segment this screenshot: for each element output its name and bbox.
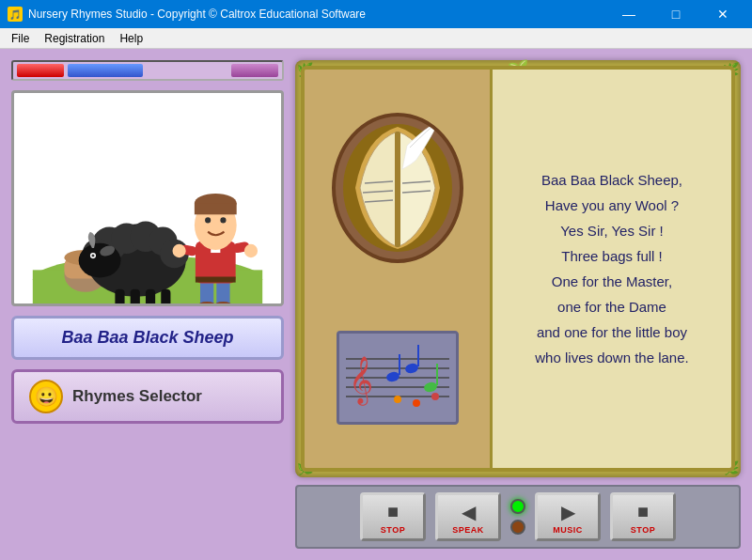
ornate-frame: 🌿 🌿 🌿 🌿 🌱 [295,60,741,477]
oval-book [332,113,463,263]
illustration-svg [14,93,281,303]
svg-rect-25 [196,276,236,282]
svg-rect-12 [115,289,124,303]
right-panel: 🌿 🌿 🌿 🌿 🌱 [295,60,741,549]
status-lights [510,499,525,535]
face-icon: 😀 [29,380,63,413]
svg-rect-14 [146,289,155,303]
rhyme-line-1: Baa Baa Black Sheep, [535,167,688,193]
title-bar: 🎵 Nursery Rhymes Studio - Copyright © Ca… [0,0,752,28]
rhyme-line-7: and one for the little boy [535,319,688,345]
controls-bar: ■ STOP ◀ SPEAK ▶ MUSIC ■ STOP [295,485,741,549]
stop-button-2[interactable]: ■ STOP [610,492,676,541]
maximize-button[interactable]: □ [654,0,697,28]
progress-bar-container [11,60,284,81]
app-area: Baa Baa Black Sheep 😀 Rhymes Selector 🌿 … [0,49,752,560]
title-bar-controls: — □ ✕ [607,0,744,28]
svg-point-49 [384,370,400,382]
rhymes-selector-button[interactable]: 😀 Rhymes Selector [11,369,284,424]
minimize-button[interactable]: — [607,0,650,28]
speak-button[interactable]: ◀ SPEAK [435,492,501,541]
rhyme-line-4: Three bags full ! [535,243,688,269]
frame-content-left: 𝄞 [305,70,493,468]
music-box: 𝄞 [337,331,459,425]
menu-file[interactable]: File [4,30,37,47]
stop-label-2: STOP [631,525,655,535]
rhyme-line-8: who lives down the lane. [535,345,688,370]
svg-rect-37 [395,132,400,247]
brown-light [510,520,525,535]
stop-button-1[interactable]: ■ STOP [360,492,426,541]
progress-purple [231,64,278,77]
illustration-box [11,90,284,306]
svg-point-18 [91,255,94,257]
svg-point-35 [220,217,226,223]
music-label: MUSIC [553,525,583,535]
green-light [510,499,525,514]
svg-point-34 [205,217,211,223]
svg-text:𝄞: 𝄞 [349,356,373,406]
stop-label-1: STOP [381,525,405,535]
rhyme-line-6: one for the Dame [535,294,688,319]
music-play-icon: ▶ [561,501,575,523]
svg-point-55 [394,396,401,403]
stop-icon-2: ■ [637,501,649,522]
progress-blue [68,64,143,77]
stop-icon-1: ■ [387,501,399,522]
svg-point-30 [244,244,258,257]
menu-bar: File Registration Help [0,28,752,49]
speak-label: SPEAK [452,525,484,535]
svg-point-56 [413,399,420,407]
svg-rect-13 [131,289,140,303]
rhyme-line-3: Yes Sir, Yes Sir ! [535,218,688,243]
close-button[interactable]: ✕ [701,0,744,28]
speak-icon: ◀ [462,501,476,523]
rhyme-text: Baa Baa Black Sheep, Have you any Wool ?… [535,167,688,370]
svg-point-29 [172,244,185,257]
progress-red [17,64,64,77]
svg-point-51 [403,362,418,374]
svg-point-57 [431,393,439,400]
window-title: Nursery Rhymes Studio - Copyright © Calt… [28,8,607,21]
rhyme-title-button[interactable]: Baa Baa Black Sheep [11,316,284,360]
rhyme-line-5: One for the Master, [535,269,688,294]
left-panel: Baa Baa Black Sheep 😀 Rhymes Selector [11,60,284,549]
svg-rect-15 [161,289,170,303]
rhyme-line-2: Have you any Wool ? [535,193,688,218]
svg-point-53 [422,381,437,393]
menu-help[interactable]: Help [112,30,150,47]
app-icon: 🎵 [8,7,23,22]
menu-registration[interactable]: Registration [37,30,112,47]
frame-content-right: Baa Baa Black Sheep, Have you any Wool ?… [493,70,731,468]
music-button[interactable]: ▶ MUSIC [535,492,601,541]
svg-rect-33 [195,203,237,214]
frame-inner: 𝄞 [301,66,735,472]
rhymes-selector-label: Rhymes Selector [72,387,202,406]
